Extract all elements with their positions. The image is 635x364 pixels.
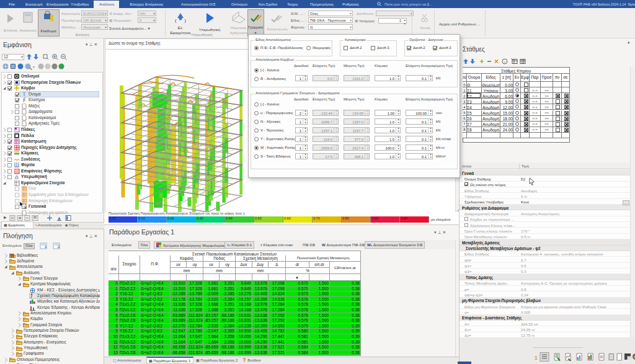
svg-text:i: i <box>504 60 505 64</box>
svg-text:Γραμμικά: Γραμμικά <box>248 25 264 29</box>
svg-text:Ελ.: Ελ. <box>178 26 184 30</box>
svg-text:Επίλυση: Επίλυση <box>4 29 17 32</box>
svg-text:T: T <box>23 92 26 97</box>
svg-text:Αρθρώσεις: Αρθρώσεις <box>230 31 248 35</box>
svg-text:Εφαρμ/τητας: Εφαρμ/τητας <box>170 31 190 35</box>
svg-text:Ανανέωση: Ανανέωση <box>20 29 37 32</box>
svg-text:▾: ▾ <box>33 65 35 69</box>
svg-text:Κλείδωμα: Κλείδωμα <box>40 29 56 33</box>
svg-text:Κοπές: Κοπές <box>420 26 431 30</box>
svg-text:Υπερωθητική: Υπερωθητική <box>199 28 220 32</box>
svg-text:Καταστρωση: Καταστρωση <box>267 27 287 31</box>
svg-text:1: 1 <box>535 355 538 361</box>
svg-text:Πλαστικές: Πλαστικές <box>231 26 247 30</box>
